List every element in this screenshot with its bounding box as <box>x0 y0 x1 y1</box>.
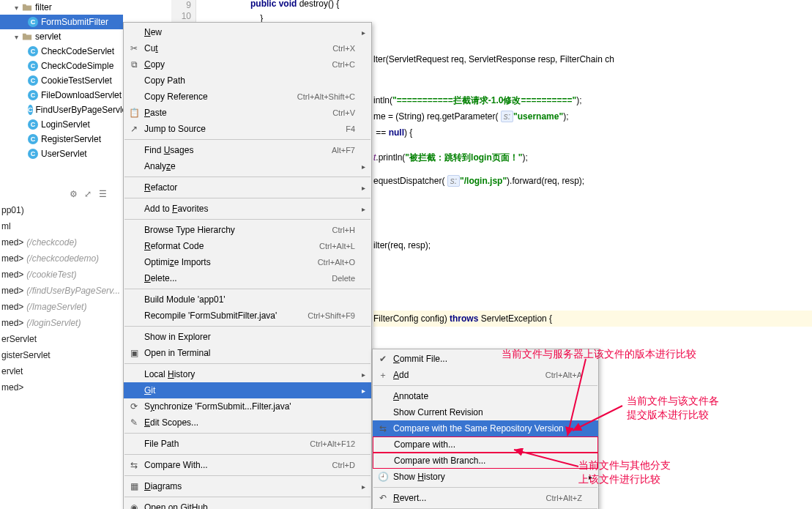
tree-label: CheckCodeSimple <box>41 61 113 71</box>
submenu-item-show-history[interactable]: 🕘Show History▸ <box>373 469 598 485</box>
structure-item[interactable]: ml <box>0 221 123 237</box>
context-menu[interactable]: New▸✂CutCtrl+X⧉CopyCtrl+CCopy PathCopy R… <box>123 22 372 509</box>
menu-item-find-usages[interactable]: Find UsagesAlt+F7 <box>124 142 371 158</box>
tree-class-checkcodesimple[interactable]: CCheckCodeSimple <box>0 59 123 73</box>
menu-label: Reformat Code <box>144 241 319 251</box>
expand-icon[interactable]: ⤢ <box>84 189 94 199</box>
class-icon: C <box>28 134 38 144</box>
shortcut: Ctrl+Alt+A <box>545 371 582 379</box>
tree-class-registerservlet[interactable]: CRegisterServlet <box>0 132 123 146</box>
menu-item-open-on-github[interactable]: ◉Open on GitHub <box>124 499 371 509</box>
tree-class-filedownloadservlet[interactable]: CFileDownloadServlet <box>0 88 123 103</box>
menu-item-browse-type-hierarchy[interactable]: Browse Type HierarchyCtrl+H <box>124 222 371 238</box>
menu-item-refactor[interactable]: Refactor▸ <box>124 179 371 196</box>
structure-item[interactable]: med>(/cookieTest) <box>0 270 123 286</box>
shortcut: Ctrl+Alt+L <box>319 242 355 250</box>
submenu-item-compare-with-the-same-repository-version[interactable]: ⇆Compare with the Same Repository Versio… <box>373 420 598 436</box>
tree-class-loginservlet[interactable]: CLoginServlet <box>0 117 123 132</box>
menu-item-git[interactable]: Git▸ <box>124 382 371 398</box>
structure-item[interactable]: med>(/checkcodedemo) <box>0 253 123 270</box>
history-icon: 🕘 <box>377 471 389 483</box>
git-submenu[interactable]: ✔Commit File...＋AddCtrl+Alt+AAnnotateSho… <box>372 349 599 509</box>
shortcut: Alt+F7 <box>332 146 355 155</box>
sync-icon: ⟳ <box>128 401 140 412</box>
menu-label: Show in Explorer <box>144 332 355 342</box>
settings-icon[interactable]: ☰ <box>99 189 109 199</box>
menu-item-synchronize-formsubmit-filter-java-[interactable]: ⟳Synchronize 'FormSubmit...Filter.java' <box>124 398 371 415</box>
editor-gutter: 9 10 <box>171 0 196 22</box>
line-number: 10 <box>171 11 191 22</box>
structure-panel[interactable]: pp01)mlmed>(/checkcode)med>(/checkcodede… <box>0 205 123 398</box>
menu-label: Revert... <box>393 493 545 503</box>
menu-item-show-in-explorer[interactable]: Show in Explorer <box>124 329 371 345</box>
menu-item-local-history[interactable]: Local History▸ <box>124 366 371 382</box>
menu-item-copy-path[interactable]: Copy Path <box>124 73 371 89</box>
menu-item-recompile-formsubmitfilter-java-[interactable]: Recompile 'FormSubmitFilter.java'Ctrl+Sh… <box>124 308 371 324</box>
submenu-item-compare-with-[interactable]: Compare with... <box>373 436 598 453</box>
structure-item[interactable]: gisterServlet <box>0 350 123 366</box>
tree-class-checkcodeservlet[interactable]: CCheckCodeServlet <box>0 44 123 59</box>
menu-label: Jump to Source <box>144 124 346 134</box>
menu-item-new[interactable]: New▸ <box>124 24 371 40</box>
tree-class-finduserbypageservlet[interactable]: CFindUserByPageServlet <box>0 103 123 117</box>
structure-item[interactable]: med>(/checkcode) <box>0 237 123 253</box>
structure-item[interactable]: med> <box>0 382 123 398</box>
structure-item[interactable]: med>(/ImageServlet) <box>0 302 123 318</box>
menu-label: Refactor <box>144 182 355 193</box>
menu-item-file-path[interactable]: File PathCtrl+Alt+F12 <box>124 436 371 452</box>
menu-item-add-to-favorites[interactable]: Add to Favorites▸ <box>124 201 371 217</box>
structure-item[interactable]: med>(/loginServlet) <box>0 318 123 334</box>
menu-item-cut[interactable]: ✂CutCtrl+X <box>124 40 371 56</box>
submenu-item-compare-with-branch-[interactable]: Compare with Branch... <box>373 453 598 469</box>
tree-class-formsubmitfilter[interactable]: C FormSubmitFilter <box>0 15 123 29</box>
structure-item[interactable]: ervlet <box>0 366 123 382</box>
menu-label: Copy Path <box>144 75 355 86</box>
chevron-right-icon: ▸ <box>362 184 365 192</box>
menu-label: Delete... <box>144 273 332 283</box>
structure-item[interactable]: erServlet <box>0 334 123 350</box>
submenu-item-show-current-revision[interactable]: Show Current Revision <box>373 404 598 420</box>
menu-label: Analyze <box>144 161 355 171</box>
shortcut: Delete <box>332 274 355 283</box>
submenu-item-revert-[interactable]: ↶Revert...Ctrl+Alt+Z <box>373 490 598 506</box>
tree-folder-filter[interactable]: ▾ filter <box>0 0 123 15</box>
tree-class-cookietestservlet[interactable]: CCookieTestServlet <box>0 73 123 88</box>
structure-item[interactable]: pp01) <box>0 205 123 221</box>
jump-icon: ↗ <box>128 123 140 135</box>
copy-icon: ⧉ <box>128 59 140 70</box>
menu-item-build-module-app-[interactable]: Build Module 'app01' <box>124 291 371 308</box>
tree-class-userservlet[interactable]: CUserServlet <box>0 146 123 161</box>
project-tree[interactable]: ▾ filter C FormSubmitFilter ▾ servlet CC… <box>0 0 123 201</box>
menu-item-analyze[interactable]: Analyze▸ <box>124 158 371 174</box>
annotation: 上该文件进行比较 <box>578 473 660 486</box>
menu-label: Copy Reference <box>144 92 297 102</box>
menu-item-jump-to-source[interactable]: ↗Jump to SourceF4 <box>124 121 371 137</box>
class-icon: C <box>28 61 38 71</box>
menu-label: Synchronize 'FormSubmit...Filter.java' <box>144 401 355 412</box>
menu-item-diagrams[interactable]: ▦Diagrams▸ <box>124 478 371 494</box>
compare-icon: ⇆ <box>128 459 140 471</box>
menu-item-copy[interactable]: ⧉CopyCtrl+C <box>124 56 371 73</box>
menu-item-compare-with-[interactable]: ⇆Compare With...Ctrl+D <box>124 457 371 473</box>
menu-item-optimize-imports[interactable]: Optimize ImportsCtrl+Alt+O <box>124 254 371 270</box>
tree-label: FormSubmitFilter <box>41 17 108 27</box>
tree-label: LoginServlet <box>41 119 90 130</box>
submenu-item-add[interactable]: ＋AddCtrl+Alt+A <box>373 367 598 383</box>
menu-label: Add to Favorites <box>144 204 355 214</box>
menu-label: Build Module 'app01' <box>144 294 355 305</box>
tree-label: RegisterServlet <box>41 134 101 144</box>
menu-item-delete-[interactable]: Delete...Delete <box>124 270 371 286</box>
menu-item-paste[interactable]: 📋PasteCtrl+V <box>124 105 371 121</box>
structure-item[interactable]: med>(/findUserByPageServ... <box>0 286 123 302</box>
menu-item-open-in-terminal[interactable]: ▣Open in Terminal <box>124 345 371 361</box>
cut-icon: ✂ <box>128 42 140 54</box>
tree-folder-servlet[interactable]: ▾ servlet <box>0 29 123 44</box>
menu-label: Optimize Imports <box>144 257 318 267</box>
submenu-item-annotate[interactable]: Annotate <box>373 388 598 404</box>
filter-icon[interactable]: ⚙ <box>70 189 80 199</box>
menu-label: Open on GitHub <box>144 502 355 509</box>
menu-item-edit-scopes-[interactable]: ✎Edit Scopes... <box>124 415 371 431</box>
class-icon: C <box>28 119 38 130</box>
menu-item-reformat-code[interactable]: Reformat CodeCtrl+Alt+L <box>124 238 371 254</box>
menu-item-copy-reference[interactable]: Copy ReferenceCtrl+Alt+Shift+C <box>124 89 371 105</box>
